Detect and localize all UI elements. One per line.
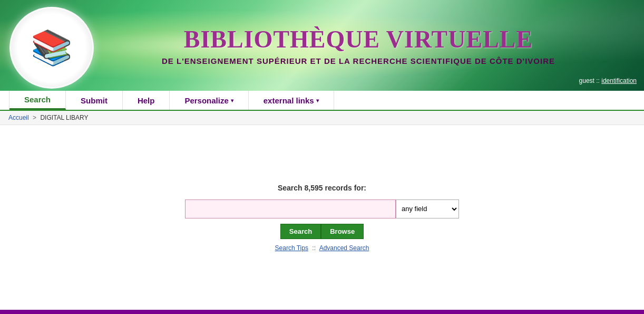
search-input[interactable] bbox=[185, 199, 396, 218]
auth-guest: guest :: bbox=[579, 77, 602, 84]
nav-submit[interactable]: Submit bbox=[66, 91, 123, 110]
header-title: BIBLIOTHÈQUE VIRTUELLE DE L'ENSEIGNEMENT… bbox=[94, 25, 644, 65]
site-subtitle: DE L'ENSEIGNEMENT SUPÉRIEUR ET DE LA REC… bbox=[94, 56, 623, 65]
auth-info: guest :: identification bbox=[579, 77, 637, 84]
identification-link[interactable]: identification bbox=[601, 77, 637, 84]
search-links: Search Tips :: Advanced Search bbox=[185, 244, 459, 252]
site-title: BIBLIOTHÈQUE VIRTUELLE bbox=[94, 25, 623, 53]
search-button[interactable]: Search bbox=[280, 224, 321, 239]
tablet-icon: 📚 bbox=[31, 28, 73, 68]
field-select[interactable]: any field title author subject keyword bbox=[396, 199, 459, 218]
breadcrumb: Accueil > DIGITAL LIBARY bbox=[0, 111, 644, 125]
footer: UNIVERSITE VIRTUELLE DE COTE D'IVOIRE Bi… bbox=[0, 310, 644, 314]
advanced-search-link[interactable]: Advanced Search bbox=[319, 244, 369, 252]
search-label: Search 8,595 records for: bbox=[185, 184, 459, 192]
breadcrumb-current: DIGITAL LIBARY bbox=[40, 114, 88, 121]
breadcrumb-home[interactable]: Accueil bbox=[8, 114, 29, 121]
nav-search[interactable]: Search bbox=[9, 91, 66, 110]
nav-external-links[interactable]: external links ▾ bbox=[249, 91, 334, 110]
search-links-separator: :: bbox=[312, 244, 316, 252]
external-links-dropdown-arrow: ▾ bbox=[316, 98, 319, 103]
header: 📚 BIBLIOTHÈQUE VIRTUELLE DE L'ENSEIGNEME… bbox=[0, 0, 644, 91]
browse-button[interactable]: Browse bbox=[321, 224, 364, 239]
personalize-dropdown-arrow: ▾ bbox=[231, 98, 233, 103]
search-container: Search 8,595 records for: any field titl… bbox=[185, 184, 459, 252]
logo: 📚 bbox=[9, 7, 94, 89]
breadcrumb-separator: > bbox=[33, 114, 36, 121]
search-row: any field title author subject keyword bbox=[185, 199, 459, 218]
search-buttons: Search Browse bbox=[185, 224, 459, 239]
nav-personalize[interactable]: Personalize ▾ bbox=[170, 91, 248, 110]
main-nav: Search Submit Help Personalize ▾ externa… bbox=[0, 91, 644, 111]
main-content: Search 8,595 records for: any field titl… bbox=[0, 125, 644, 310]
search-tips-link[interactable]: Search Tips bbox=[275, 244, 308, 252]
nav-help[interactable]: Help bbox=[123, 91, 170, 110]
